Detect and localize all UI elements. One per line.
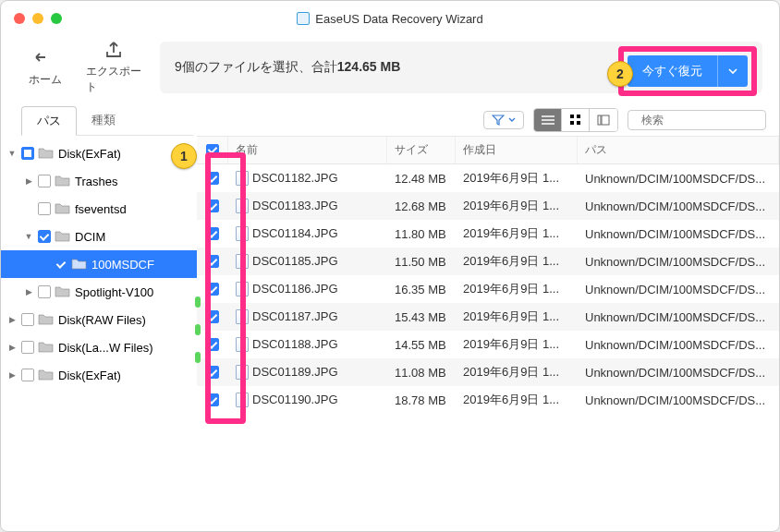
tree-item[interactable]: ▼DCIM	[1, 223, 197, 250]
tree-item[interactable]: ▶Trashes	[1, 167, 197, 195]
table-row[interactable]: DSC01190.JPG18.78 MB2019年6月9日 1...Unknow…	[197, 386, 779, 414]
file-name: DSC01182.JPG	[252, 171, 338, 185]
col-date[interactable]: 作成日	[456, 137, 578, 163]
disclosure-arrow-icon[interactable]: ▼	[6, 149, 18, 158]
tree-item[interactable]: 100MSDCF	[1, 250, 197, 278]
table-row[interactable]: DSC01185.JPG11.50 MB2019年6月9日 1...Unknow…	[197, 248, 779, 275]
disclosure-arrow-icon[interactable]: ▶	[23, 287, 34, 296]
tree-label: Disk(ExFat)	[58, 147, 121, 161]
file-path: Unknown/DCIM/100MSDCF/DS...	[578, 200, 779, 213]
restore-highlight: 2 今すぐ復元	[618, 46, 757, 96]
window-title: EaseUS Data Recovery Wizard	[315, 12, 482, 26]
row-checkbox[interactable]	[206, 338, 219, 351]
view-list-button[interactable]	[534, 109, 562, 131]
tree-checkbox[interactable]	[38, 175, 51, 187]
disclosure-arrow-icon[interactable]: ▼	[23, 232, 34, 241]
disclosure-arrow-icon[interactable]: ▶	[6, 370, 18, 380]
file-size: 18.78 MB	[387, 393, 456, 407]
col-path[interactable]: パス	[578, 137, 779, 163]
tree-label: fseventsd	[75, 202, 127, 216]
table-row[interactable]: DSC01183.JPG12.68 MB2019年6月9日 1...Unknow…	[197, 192, 779, 220]
disclosure-arrow-icon[interactable]: ▶	[6, 343, 18, 352]
minimize-dot[interactable]	[32, 13, 43, 24]
restore-now-button[interactable]: 今すぐ復元	[628, 55, 748, 87]
home-button[interactable]: ホーム	[18, 48, 73, 88]
callout-1: 1	[171, 143, 197, 169]
row-checkbox[interactable]	[206, 283, 219, 296]
tree-item[interactable]: ▶Disk(La...W Files)	[1, 333, 197, 361]
table-row[interactable]: DSC01188.JPG14.55 MB2019年6月9日 1...Unknow…	[197, 331, 779, 358]
titlebar: EaseUS Data Recovery Wizard	[1, 1, 779, 36]
export-button[interactable]: エクスポート	[86, 40, 141, 95]
chevron-down-icon[interactable]	[717, 55, 748, 87]
disclosure-arrow-icon[interactable]: ▶	[23, 176, 34, 186]
table-row[interactable]: DSC01187.JPG15.43 MB2019年6月9日 1...Unknow…	[197, 303, 779, 331]
file-icon	[236, 337, 249, 352]
tree-item[interactable]: fseventsd	[1, 195, 197, 223]
table-row[interactable]: DSC01189.JPG11.08 MB2019年6月9日 1...Unknow…	[197, 358, 779, 386]
svg-rect-0	[570, 115, 574, 118]
file-date: 2019年6月9日 1...	[456, 392, 578, 408]
file-icon	[236, 393, 249, 407]
search-field[interactable]	[628, 110, 766, 130]
file-path: Unknown/DCIM/100MSDCF/DS...	[578, 393, 779, 407]
file-icon	[236, 254, 249, 269]
table-row[interactable]: DSC01184.JPG11.80 MB2019年6月9日 1...Unknow…	[197, 220, 779, 248]
summary-prefix: 9個のファイルを選択、合計	[175, 59, 337, 74]
table-header: 名前 サイズ 作成日 パス	[197, 137, 779, 164]
file-size: 12.68 MB	[387, 200, 456, 213]
select-all-checkbox[interactable]	[206, 144, 219, 157]
table-row[interactable]: DSC01182.JPG12.48 MB2019年6月9日 1...Unknow…	[197, 164, 779, 192]
tree-item[interactable]: ▶Spotlight-V100	[1, 278, 197, 306]
svg-rect-2	[570, 121, 574, 125]
file-icon	[236, 171, 249, 186]
tree-label: 100MSDCF	[91, 258, 154, 272]
disclosure-arrow-icon[interactable]: ▶	[6, 315, 18, 324]
tree-label: Trashes	[75, 175, 117, 188]
view-grid-button[interactable]	[562, 109, 590, 131]
row-checkbox[interactable]	[206, 255, 219, 268]
search-input[interactable]	[641, 114, 780, 127]
tree-item[interactable]: ▼Disk(ExFat)	[1, 139, 197, 167]
row-checkbox[interactable]	[206, 172, 219, 185]
tree-label: Disk(ExFat)	[58, 369, 121, 382]
tab-kind[interactable]: 種類	[77, 106, 130, 135]
close-dot[interactable]	[14, 13, 25, 24]
file-path: Unknown/DCIM/100MSDCF/DS...	[578, 310, 779, 324]
svg-rect-5	[602, 115, 609, 125]
file-name: DSC01186.JPG	[252, 282, 338, 296]
tree-checkbox[interactable]	[38, 230, 51, 243]
file-rows: DSC01182.JPG12.48 MB2019年6月9日 1...Unknow…	[197, 164, 779, 414]
row-checkbox[interactable]	[206, 366, 219, 379]
zoom-dot[interactable]	[51, 13, 62, 24]
file-name: DSC01187.JPG	[252, 309, 338, 323]
tree-checkbox[interactable]	[38, 202, 51, 215]
tree-checkbox[interactable]	[55, 258, 67, 271]
tree-item[interactable]: ▶Disk(RAW Files)	[1, 306, 197, 333]
tree-label: DCIM	[75, 230, 105, 244]
tree-checkbox[interactable]	[21, 369, 34, 381]
filter-button[interactable]	[483, 111, 524, 129]
tree-checkbox[interactable]	[21, 147, 34, 160]
row-checkbox[interactable]	[206, 393, 219, 406]
tree-checkbox[interactable]	[21, 313, 34, 326]
col-size[interactable]: サイズ	[387, 137, 456, 163]
row-checkbox[interactable]	[206, 200, 219, 212]
tree-checkbox[interactable]	[21, 341, 34, 354]
row-checkbox[interactable]	[206, 310, 219, 323]
status-indicator	[195, 324, 201, 335]
summary-size: 124.65 MB	[337, 59, 400, 74]
tree-item[interactable]: ▶Disk(ExFat)	[1, 361, 197, 389]
folder-tree: ▼Disk(ExFat)▶Trashesfseventsd▼DCIM100MSD…	[1, 139, 197, 389]
home-label: ホーム	[29, 72, 62, 88]
col-name[interactable]: 名前	[228, 137, 387, 163]
file-size: 11.08 MB	[387, 366, 456, 380]
file-name: DSC01183.JPG	[252, 199, 338, 212]
tree-checkbox[interactable]	[38, 285, 51, 298]
table-row[interactable]: DSC01186.JPG16.35 MB2019年6月9日 1...Unknow…	[197, 275, 779, 303]
tab-path[interactable]: パス	[21, 106, 77, 136]
file-icon	[236, 199, 249, 213]
view-preview-button[interactable]	[590, 109, 617, 131]
main-pane: 名前 サイズ 作成日 パス DSC01182.JPG12.48 MB2019年6…	[197, 104, 779, 532]
row-checkbox[interactable]	[206, 227, 219, 240]
